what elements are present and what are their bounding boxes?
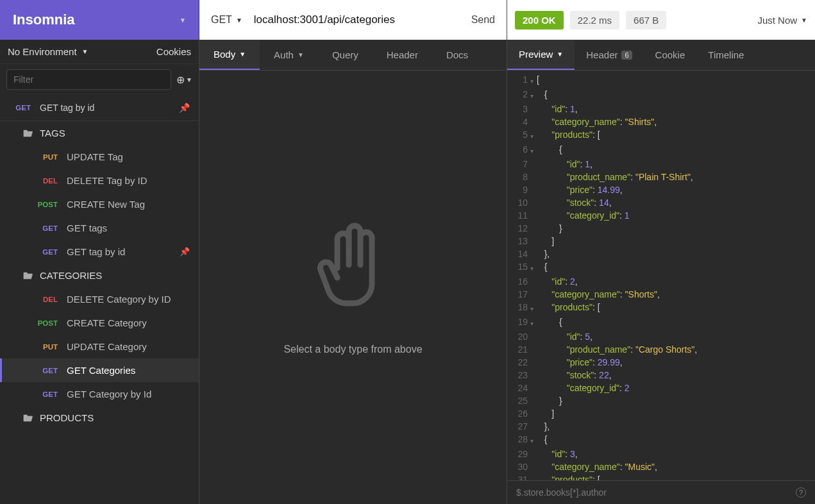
folder-categories[interactable]: CATEGORIES [0, 264, 199, 287]
tab-cookie[interactable]: Cookie [644, 40, 697, 70]
request-name: GET tag by id [40, 103, 94, 113]
request-name: DELETE Category by ID [67, 294, 171, 305]
time-badge: 22.2 ms [570, 11, 619, 29]
request-item[interactable]: PUTUPDATE Tag [0, 145, 199, 169]
folder-label: PRODUCTS [40, 412, 94, 423]
folder-label: CATEGORIES [40, 270, 102, 281]
tab-auth[interactable]: Auth▼ [260, 40, 318, 70]
brand-title: Insomnia [13, 12, 75, 28]
request-item[interactable]: DELDELETE Category by ID [0, 287, 199, 311]
method-label: PUT [36, 153, 58, 161]
request-name: CREATE New Tag [67, 199, 145, 210]
folder-label: TAGS [40, 128, 65, 139]
method-label: POST [36, 201, 58, 208]
jsonpath-input[interactable]: $.store.books[*].author [516, 487, 607, 498]
status-badge: 200 OK [515, 11, 564, 29]
tab-timeline[interactable]: Timeline [696, 40, 755, 70]
request-item[interactable]: POSTCREATE New Tag [0, 192, 199, 216]
request-item[interactable]: POSTCREATE Category [0, 311, 199, 335]
caret-down-icon: ▼ [180, 17, 186, 24]
folder-open-icon [23, 271, 33, 280]
request-item[interactable]: GETGET Category by Id [0, 382, 199, 406]
tab-query[interactable]: Query [318, 40, 373, 70]
method-label: DEL [36, 296, 58, 303]
pin-icon: 📌 [180, 247, 190, 256]
request-item[interactable]: PUTUPDATE Category [0, 335, 199, 358]
method-dropdown[interactable]: GET ▼ [211, 14, 242, 26]
environment-dropdown[interactable]: No Environment ▼ [8, 46, 88, 57]
environment-label: No Environment [8, 46, 77, 57]
request-name: GET Categories [67, 365, 135, 376]
sidebar: Insomnia ▼ No Environment ▼ Cookies ⊕ ▼ … [0, 0, 199, 504]
method-label: GET [36, 224, 58, 232]
tab-resp-header[interactable]: Header6 [575, 40, 643, 70]
request-item[interactable]: GETGET Categories [0, 358, 199, 382]
header-count-badge: 6 [621, 51, 632, 60]
size-badge: 667 B [626, 11, 666, 29]
method-label: GET [36, 248, 58, 256]
tab-body[interactable]: Body▼ [199, 40, 260, 70]
new-request-button[interactable]: ⊕ ▼ [176, 74, 192, 86]
method-label: DEL [36, 177, 58, 185]
request-name: CREATE Category [67, 317, 147, 328]
caret-down-icon: ▼ [239, 51, 246, 58]
cookies-button[interactable]: Cookies [156, 46, 191, 57]
help-icon[interactable]: ? [796, 487, 806, 498]
history-dropdown[interactable]: Just Now ▼ [757, 15, 807, 26]
pin-icon: 📌 [179, 103, 190, 113]
response-panel: 200 OK 22.2 ms 667 B Just Now ▼ Preview▼… [507, 0, 815, 504]
request-name: GET tag by id [67, 246, 125, 257]
caret-down-icon: ▼ [801, 17, 807, 24]
tab-header[interactable]: Header [373, 40, 432, 70]
hand-icon [315, 220, 392, 324]
method-label: GET [211, 14, 232, 26]
request-item[interactable]: GETGET tag by id📌 [0, 240, 199, 264]
body-placeholder-text: Select a body type from above [283, 344, 422, 355]
request-panel: GET ▼ localhost:3001/api/categories Send… [199, 0, 507, 504]
send-button[interactable]: Send [471, 14, 495, 26]
request-name: GET Category by Id [67, 389, 151, 399]
caret-down-icon: ▼ [298, 51, 304, 58]
request-name: DELETE Tag by ID [67, 175, 147, 186]
request-name: UPDATE Category [67, 341, 147, 352]
method-label: GET [36, 367, 58, 374]
tab-preview[interactable]: Preview▼ [507, 40, 575, 70]
method-label: PUT [36, 343, 58, 351]
caret-down-icon: ▼ [82, 48, 88, 55]
workspace-dropdown[interactable]: Insomnia ▼ [0, 0, 199, 40]
tab-docs[interactable]: Docs [432, 40, 482, 70]
caret-down-icon: ▼ [236, 17, 242, 24]
request-item[interactable]: GETGET tags [0, 216, 199, 240]
folder-tags[interactable]: TAGS [0, 121, 199, 145]
method-label: GET [9, 104, 31, 112]
folder-open-icon [23, 414, 33, 423]
caret-down-icon: ▼ [557, 51, 563, 58]
request-name: UPDATE Tag [67, 151, 123, 162]
pinned-request[interactable]: GET GET tag by id 📌 [0, 95, 199, 121]
folder-products[interactable]: PRODUCTS [0, 406, 199, 430]
filter-input[interactable] [6, 69, 171, 90]
url-input[interactable]: localhost:3001/api/categories [254, 13, 460, 26]
response-body-viewer[interactable]: 1▾[2▾ {3 "id": 1,4 "category_name": "Shi… [507, 71, 815, 480]
method-label: GET [36, 391, 58, 398]
request-item[interactable]: DELDELETE Tag by ID [0, 169, 199, 192]
folder-open-icon [23, 129, 33, 138]
request-name: GET tags [67, 223, 107, 233]
method-label: POST [36, 319, 58, 327]
